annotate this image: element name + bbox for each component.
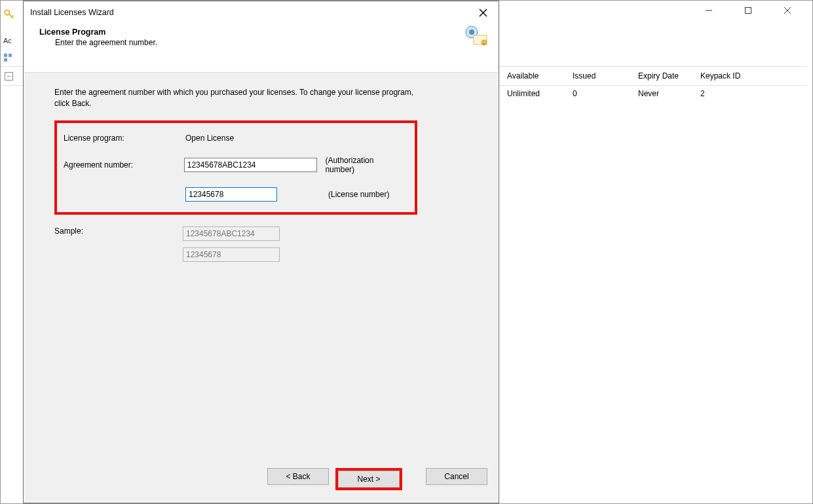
footer-gap: [409, 468, 419, 490]
subheader-description: Enter the agreement number.: [39, 38, 492, 47]
svg-rect-9: [4, 58, 7, 62]
parent-close-button[interactable]: [776, 3, 799, 18]
partial-menu-text: Ac: [3, 37, 22, 47]
subheader-title: License Program: [39, 27, 492, 37]
maximize-button[interactable]: [736, 3, 760, 18]
license-program-value: Open License: [185, 134, 322, 143]
col-header-spacer: [756, 73, 806, 79]
license-program-label: License program:: [64, 134, 185, 143]
back-button[interactable]: < Back: [267, 468, 329, 485]
authorization-number-input[interactable]: [184, 158, 318, 172]
cell-keypack: 2: [694, 88, 756, 99]
dialog-close-button[interactable]: [474, 3, 492, 22]
svg-rect-8: [9, 54, 12, 57]
authorization-number-hint: (Authorization number): [325, 156, 404, 174]
license-number-input[interactable]: [185, 187, 277, 202]
svg-line-6: [12, 16, 13, 17]
dialog-body: Enter the agreement number with which yo…: [24, 72, 498, 502]
toolbar-icon-fragment: [3, 53, 22, 63]
dialog-title: Install Licenses Wizard: [30, 8, 474, 17]
minimize-button[interactable]: [697, 3, 721, 18]
dialog-subheader: License Program Enter the agreement numb…: [24, 24, 499, 56]
highlighted-next-wrapper: Next >: [335, 468, 402, 490]
svg-rect-1: [746, 8, 751, 14]
cell-expiry: Never: [632, 88, 694, 99]
parent-window-controls: [697, 1, 812, 20]
agreement-number-label: Agreement number:: [64, 160, 184, 170]
dialog-footer: < Back Next > Cancel: [24, 460, 498, 502]
app-icon: [3, 9, 22, 22]
instruction-text: Enter the agreement number with which yo…: [54, 87, 421, 110]
col-header-available[interactable]: Available: [501, 69, 566, 83]
col-header-expiry[interactable]: Expiry Date: [632, 69, 694, 83]
next-button[interactable]: Next >: [338, 471, 400, 488]
cancel-button[interactable]: Cancel: [426, 468, 487, 485]
sample-license: 12345678: [183, 247, 280, 262]
svg-point-13: [469, 29, 474, 35]
highlighted-input-region: License program: Open License Agreement …: [54, 120, 417, 215]
sample-values: 12345678ABC1234 12345678: [183, 226, 280, 268]
col-header-issued[interactable]: Issued: [566, 69, 632, 83]
sample-label: Sample:: [54, 226, 183, 236]
license-number-hint: (License number): [328, 190, 389, 199]
parent-window: Ac − Available Issued Expiry Date Keypac…: [0, 0, 813, 504]
sample-authorization: 12345678ABC1234: [183, 226, 280, 241]
col-header-keypack[interactable]: Keypack ID: [694, 69, 756, 83]
install-licenses-wizard-dialog: Install Licenses Wizard License Program …: [23, 1, 499, 503]
wizard-icon: [463, 25, 489, 47]
cell-issued: 0: [566, 88, 632, 99]
dialog-titlebar: Install Licenses Wizard: [24, 1, 499, 24]
cell-available: Unlimited: [501, 88, 566, 99]
svg-rect-7: [4, 54, 7, 57]
